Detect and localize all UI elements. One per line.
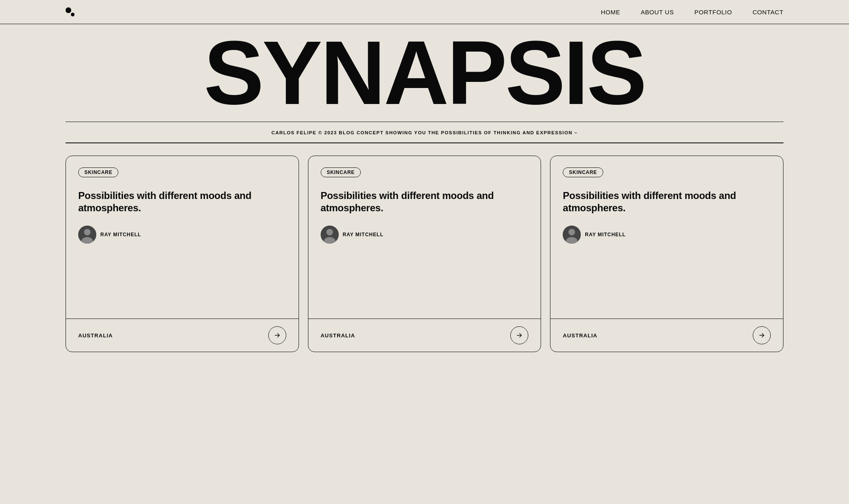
- card-2-avatar: [321, 226, 339, 244]
- arrow-right-icon: [516, 332, 523, 339]
- card-2: SKINCARE Possibilities with different mo…: [308, 156, 541, 352]
- card-1: SKINCARE Possibilities with different mo…: [66, 156, 299, 352]
- card-1-arrow-button[interactable]: [268, 326, 286, 344]
- hero-subtitle: CARLOS FELIPE © 2023 BLOG CONCEPT SHOWIN…: [272, 130, 578, 135]
- card-2-author: RAY MITCHELL: [321, 226, 529, 244]
- card-1-footer: AUSTRALIA: [66, 319, 299, 352]
- card-3-tag: SKINCARE: [563, 167, 603, 177]
- hero-subtitle-bar: CARLOS FELIPE © 2023 BLOG CONCEPT SHOWIN…: [66, 122, 783, 143]
- svg-point-4: [326, 229, 333, 235]
- card-1-author: RAY MITCHELL: [78, 226, 286, 244]
- card-1-author-name: RAY MITCHELL: [100, 232, 141, 237]
- card-1-avatar: [78, 226, 96, 244]
- nav-about[interactable]: ABOUT US: [641, 9, 674, 16]
- svg-point-7: [568, 229, 575, 235]
- card-3-arrow-button[interactable]: [753, 326, 771, 344]
- logo[interactable]: [66, 7, 75, 16]
- card-2-arrow-button[interactable]: [510, 326, 528, 344]
- nav-portfolio[interactable]: PORTFOLIO: [695, 9, 732, 16]
- card-3-footer: AUSTRALIA: [550, 319, 783, 352]
- card-3: SKINCARE Possibilities with different mo…: [550, 156, 783, 352]
- cards-section: SKINCARE Possibilities with different mo…: [0, 143, 849, 377]
- cards-grid: SKINCARE Possibilities with different mo…: [66, 156, 783, 352]
- svg-point-1: [84, 229, 91, 235]
- hero-title: SYNAPSIS: [66, 32, 783, 113]
- card-2-title: Possibilities with different moods and a…: [321, 190, 529, 214]
- nav-contact[interactable]: CONTACT: [752, 9, 783, 16]
- card-1-tag: SKINCARE: [78, 167, 118, 177]
- card-3-title: Possibilities with different moods and a…: [563, 190, 771, 214]
- card-3-location: AUSTRALIA: [563, 332, 597, 339]
- main-nav: HOME ABOUT US PORTFOLIO CONTACT: [601, 9, 783, 16]
- card-3-author-name: RAY MITCHELL: [585, 232, 626, 237]
- card-2-tag: SKINCARE: [321, 167, 361, 177]
- nav-home[interactable]: HOME: [601, 9, 620, 16]
- card-3-avatar: [563, 226, 581, 244]
- card-3-author: RAY MITCHELL: [563, 226, 771, 244]
- card-3-body: SKINCARE Possibilities with different mo…: [550, 156, 783, 319]
- card-2-body: SKINCARE Possibilities with different mo…: [308, 156, 541, 319]
- card-2-footer: AUSTRALIA: [308, 319, 541, 352]
- arrow-right-icon: [758, 332, 765, 339]
- card-2-location: AUSTRALIA: [321, 332, 355, 339]
- site-header: HOME ABOUT US PORTFOLIO CONTACT: [0, 0, 849, 24]
- hero-section: SYNAPSIS CARLOS FELIPE © 2023 BLOG CONCE…: [0, 24, 849, 143]
- card-2-author-name: RAY MITCHELL: [343, 232, 384, 237]
- card-1-body: SKINCARE Possibilities with different mo…: [66, 156, 299, 319]
- card-1-title: Possibilities with different moods and a…: [78, 190, 286, 214]
- card-1-location: AUSTRALIA: [78, 332, 113, 339]
- logo-icon: [66, 7, 75, 16]
- arrow-right-icon: [274, 332, 281, 339]
